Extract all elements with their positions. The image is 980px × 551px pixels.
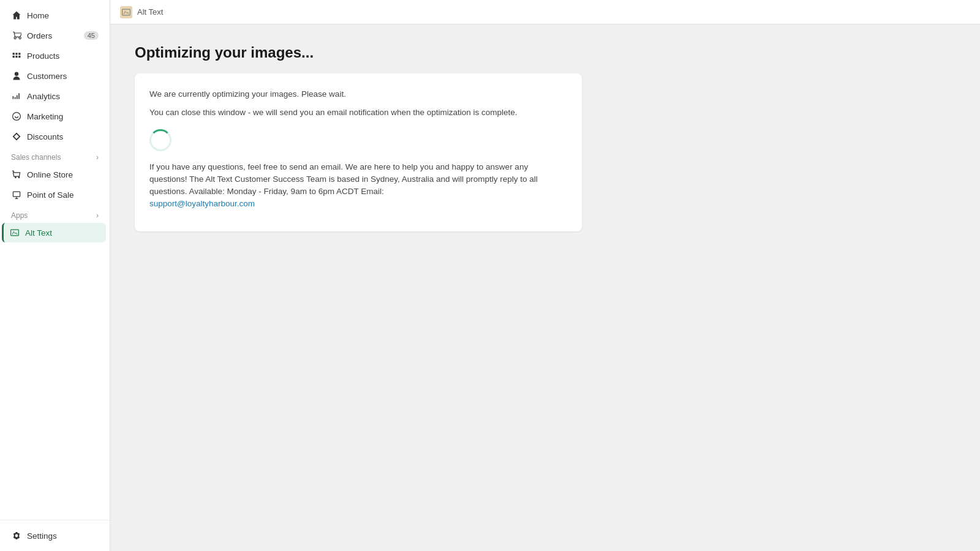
sidebar-bottom: Settings	[0, 520, 110, 551]
support-email-link[interactable]: support@loyaltyharbour.com	[149, 199, 255, 208]
products-icon	[11, 50, 22, 61]
sidebar-item-point-of-sale[interactable]: Point of Sale	[4, 185, 106, 204]
sidebar-item-orders[interactable]: Orders 45	[4, 26, 106, 45]
sidebar-item-label: Analytics	[27, 92, 60, 101]
sidebar-item-alt-text[interactable]: Alt Text	[2, 223, 106, 242]
chevron-right-icon: ›	[96, 153, 99, 162]
sidebar-item-label: Customers	[27, 72, 67, 81]
sidebar-nav: Home Orders 45 Products Customers	[0, 0, 110, 520]
chevron-right-icon: ›	[96, 211, 99, 220]
apps-label: Apps	[11, 211, 28, 220]
sidebar-settings-label: Settings	[27, 531, 57, 541]
online-store-icon	[11, 169, 22, 180]
marketing-icon	[11, 111, 22, 122]
customers-icon	[11, 70, 22, 81]
sidebar-item-online-store[interactable]: Online Store	[4, 165, 106, 184]
sidebar-item-label: Online Store	[27, 170, 73, 179]
home-icon	[11, 10, 22, 21]
breadcrumb: Alt Text	[120, 6, 163, 18]
sidebar-item-products[interactable]: Products	[4, 46, 106, 66]
apps-section[interactable]: Apps ›	[4, 205, 106, 222]
svg-point-0	[13, 113, 21, 121]
sidebar-item-label: Orders	[27, 31, 52, 40]
sidebar-item-label: Home	[27, 11, 49, 20]
breadcrumb-app-icon	[120, 6, 132, 18]
sidebar-item-label: Discounts	[27, 132, 63, 141]
alt-text-app-icon	[9, 227, 20, 238]
discounts-icon	[11, 131, 22, 142]
support-text-content: If you have any questions, feel free to …	[149, 162, 538, 197]
spinner-wrapper	[149, 129, 567, 151]
breadcrumb-label: Alt Text	[137, 7, 163, 17]
gear-icon	[11, 530, 22, 541]
status-line-1: We are currently optimizing your images.…	[149, 88, 567, 100]
sidebar-item-marketing[interactable]: Marketing	[4, 107, 106, 126]
sidebar-item-label: Products	[27, 51, 59, 61]
info-card: We are currently optimizing your images.…	[135, 73, 582, 231]
point-of-sale-icon	[11, 189, 22, 200]
sidebar-item-settings[interactable]: Settings	[4, 526, 106, 545]
sidebar-item-label: Marketing	[27, 112, 63, 121]
page-title: Optimizing your images...	[135, 44, 956, 61]
main-content: Alt Text Optimizing your images... We ar…	[110, 0, 980, 551]
sidebar-item-analytics[interactable]: Analytics	[4, 86, 106, 106]
sales-channels-label: Sales channels	[11, 153, 61, 162]
orders-badge: 45	[84, 31, 99, 40]
sidebar-item-discounts[interactable]: Discounts	[4, 127, 106, 146]
analytics-icon	[11, 91, 22, 102]
sidebar: Home Orders 45 Products Customers	[0, 0, 110, 551]
orders-icon	[11, 30, 22, 41]
sales-channels-section[interactable]: Sales channels ›	[4, 147, 106, 164]
sidebar-item-home[interactable]: Home	[4, 6, 106, 25]
status-line-2: You can close this window - we will send…	[149, 107, 567, 119]
svg-rect-1	[13, 192, 20, 197]
sidebar-item-label: Point of Sale	[27, 190, 74, 200]
sidebar-item-customers[interactable]: Customers	[4, 66, 106, 86]
sidebar-item-label: Alt Text	[25, 228, 52, 238]
content-area: Optimizing your images... We are current…	[110, 24, 980, 551]
topbar: Alt Text	[110, 0, 980, 24]
support-text: If you have any questions, feel free to …	[149, 161, 567, 211]
loading-spinner	[149, 129, 172, 151]
